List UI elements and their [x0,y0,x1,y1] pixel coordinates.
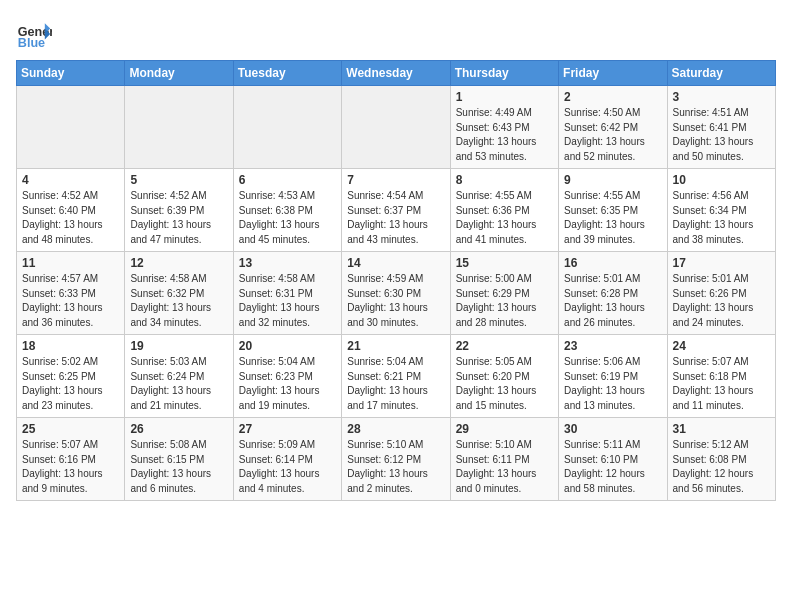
calendar-cell: 19Sunrise: 5:03 AM Sunset: 6:24 PM Dayli… [125,335,233,418]
day-number: 11 [22,256,119,270]
calendar-week-row: 4Sunrise: 4:52 AM Sunset: 6:40 PM Daylig… [17,169,776,252]
calendar-cell [125,86,233,169]
calendar-cell: 1Sunrise: 4:49 AM Sunset: 6:43 PM Daylig… [450,86,558,169]
day-info: Sunrise: 4:59 AM Sunset: 6:30 PM Dayligh… [347,272,444,330]
day-number: 21 [347,339,444,353]
logo-icon: General Blue [16,16,52,52]
calendar-week-row: 18Sunrise: 5:02 AM Sunset: 6:25 PM Dayli… [17,335,776,418]
calendar-cell: 18Sunrise: 5:02 AM Sunset: 6:25 PM Dayli… [17,335,125,418]
day-number: 2 [564,90,661,104]
day-number: 17 [673,256,770,270]
calendar-cell: 6Sunrise: 4:53 AM Sunset: 6:38 PM Daylig… [233,169,341,252]
day-info: Sunrise: 4:58 AM Sunset: 6:31 PM Dayligh… [239,272,336,330]
calendar-cell: 13Sunrise: 4:58 AM Sunset: 6:31 PM Dayli… [233,252,341,335]
day-info: Sunrise: 5:06 AM Sunset: 6:19 PM Dayligh… [564,355,661,413]
day-number: 23 [564,339,661,353]
day-info: Sunrise: 5:05 AM Sunset: 6:20 PM Dayligh… [456,355,553,413]
day-number: 14 [347,256,444,270]
calendar-body: 1Sunrise: 4:49 AM Sunset: 6:43 PM Daylig… [17,86,776,501]
calendar-cell: 25Sunrise: 5:07 AM Sunset: 6:16 PM Dayli… [17,418,125,501]
calendar-cell: 23Sunrise: 5:06 AM Sunset: 6:19 PM Dayli… [559,335,667,418]
day-info: Sunrise: 5:01 AM Sunset: 6:28 PM Dayligh… [564,272,661,330]
page-header: General Blue [16,16,776,52]
calendar-header-friday: Friday [559,61,667,86]
day-number: 19 [130,339,227,353]
calendar-week-row: 1Sunrise: 4:49 AM Sunset: 6:43 PM Daylig… [17,86,776,169]
calendar-cell: 22Sunrise: 5:05 AM Sunset: 6:20 PM Dayli… [450,335,558,418]
calendar-cell: 30Sunrise: 5:11 AM Sunset: 6:10 PM Dayli… [559,418,667,501]
calendar-cell: 24Sunrise: 5:07 AM Sunset: 6:18 PM Dayli… [667,335,775,418]
calendar-cell: 7Sunrise: 4:54 AM Sunset: 6:37 PM Daylig… [342,169,450,252]
calendar-week-row: 25Sunrise: 5:07 AM Sunset: 6:16 PM Dayli… [17,418,776,501]
day-number: 1 [456,90,553,104]
calendar-cell: 9Sunrise: 4:55 AM Sunset: 6:35 PM Daylig… [559,169,667,252]
day-info: Sunrise: 4:55 AM Sunset: 6:35 PM Dayligh… [564,189,661,247]
day-info: Sunrise: 5:00 AM Sunset: 6:29 PM Dayligh… [456,272,553,330]
day-info: Sunrise: 5:10 AM Sunset: 6:12 PM Dayligh… [347,438,444,496]
day-info: Sunrise: 5:11 AM Sunset: 6:10 PM Dayligh… [564,438,661,496]
day-info: Sunrise: 5:09 AM Sunset: 6:14 PM Dayligh… [239,438,336,496]
calendar-header-saturday: Saturday [667,61,775,86]
day-info: Sunrise: 4:52 AM Sunset: 6:40 PM Dayligh… [22,189,119,247]
day-info: Sunrise: 4:52 AM Sunset: 6:39 PM Dayligh… [130,189,227,247]
day-number: 3 [673,90,770,104]
calendar-cell: 29Sunrise: 5:10 AM Sunset: 6:11 PM Dayli… [450,418,558,501]
day-info: Sunrise: 5:10 AM Sunset: 6:11 PM Dayligh… [456,438,553,496]
day-number: 25 [22,422,119,436]
calendar-week-row: 11Sunrise: 4:57 AM Sunset: 6:33 PM Dayli… [17,252,776,335]
day-number: 16 [564,256,661,270]
day-info: Sunrise: 4:57 AM Sunset: 6:33 PM Dayligh… [22,272,119,330]
day-info: Sunrise: 5:02 AM Sunset: 6:25 PM Dayligh… [22,355,119,413]
calendar-cell: 27Sunrise: 5:09 AM Sunset: 6:14 PM Dayli… [233,418,341,501]
calendar-cell: 17Sunrise: 5:01 AM Sunset: 6:26 PM Dayli… [667,252,775,335]
day-number: 9 [564,173,661,187]
day-info: Sunrise: 4:55 AM Sunset: 6:36 PM Dayligh… [456,189,553,247]
day-info: Sunrise: 5:03 AM Sunset: 6:24 PM Dayligh… [130,355,227,413]
day-number: 26 [130,422,227,436]
calendar-table: SundayMondayTuesdayWednesdayThursdayFrid… [16,60,776,501]
day-info: Sunrise: 5:07 AM Sunset: 6:18 PM Dayligh… [673,355,770,413]
day-number: 31 [673,422,770,436]
calendar-cell: 8Sunrise: 4:55 AM Sunset: 6:36 PM Daylig… [450,169,558,252]
calendar-cell [342,86,450,169]
calendar-header-wednesday: Wednesday [342,61,450,86]
calendar-cell [17,86,125,169]
day-info: Sunrise: 4:54 AM Sunset: 6:37 PM Dayligh… [347,189,444,247]
day-number: 5 [130,173,227,187]
calendar-cell [233,86,341,169]
day-number: 13 [239,256,336,270]
day-number: 29 [456,422,553,436]
calendar-header-tuesday: Tuesday [233,61,341,86]
day-number: 8 [456,173,553,187]
day-info: Sunrise: 5:04 AM Sunset: 6:23 PM Dayligh… [239,355,336,413]
calendar-cell: 4Sunrise: 4:52 AM Sunset: 6:40 PM Daylig… [17,169,125,252]
day-number: 27 [239,422,336,436]
day-info: Sunrise: 4:53 AM Sunset: 6:38 PM Dayligh… [239,189,336,247]
day-number: 24 [673,339,770,353]
calendar-cell: 21Sunrise: 5:04 AM Sunset: 6:21 PM Dayli… [342,335,450,418]
calendar-cell: 2Sunrise: 4:50 AM Sunset: 6:42 PM Daylig… [559,86,667,169]
calendar-cell: 10Sunrise: 4:56 AM Sunset: 6:34 PM Dayli… [667,169,775,252]
calendar-cell: 5Sunrise: 4:52 AM Sunset: 6:39 PM Daylig… [125,169,233,252]
day-info: Sunrise: 5:12 AM Sunset: 6:08 PM Dayligh… [673,438,770,496]
calendar-cell: 16Sunrise: 5:01 AM Sunset: 6:28 PM Dayli… [559,252,667,335]
day-info: Sunrise: 4:51 AM Sunset: 6:41 PM Dayligh… [673,106,770,164]
day-number: 12 [130,256,227,270]
day-number: 18 [22,339,119,353]
calendar-header-sunday: Sunday [17,61,125,86]
day-info: Sunrise: 4:49 AM Sunset: 6:43 PM Dayligh… [456,106,553,164]
day-number: 28 [347,422,444,436]
calendar-cell: 14Sunrise: 4:59 AM Sunset: 6:30 PM Dayli… [342,252,450,335]
day-info: Sunrise: 5:08 AM Sunset: 6:15 PM Dayligh… [130,438,227,496]
calendar-cell: 28Sunrise: 5:10 AM Sunset: 6:12 PM Dayli… [342,418,450,501]
calendar-header-row: SundayMondayTuesdayWednesdayThursdayFrid… [17,61,776,86]
day-number: 22 [456,339,553,353]
day-info: Sunrise: 4:56 AM Sunset: 6:34 PM Dayligh… [673,189,770,247]
calendar-cell: 3Sunrise: 4:51 AM Sunset: 6:41 PM Daylig… [667,86,775,169]
calendar-cell: 11Sunrise: 4:57 AM Sunset: 6:33 PM Dayli… [17,252,125,335]
calendar-cell: 20Sunrise: 5:04 AM Sunset: 6:23 PM Dayli… [233,335,341,418]
day-number: 10 [673,173,770,187]
calendar-cell: 12Sunrise: 4:58 AM Sunset: 6:32 PM Dayli… [125,252,233,335]
calendar-header-thursday: Thursday [450,61,558,86]
logo: General Blue [16,16,56,52]
